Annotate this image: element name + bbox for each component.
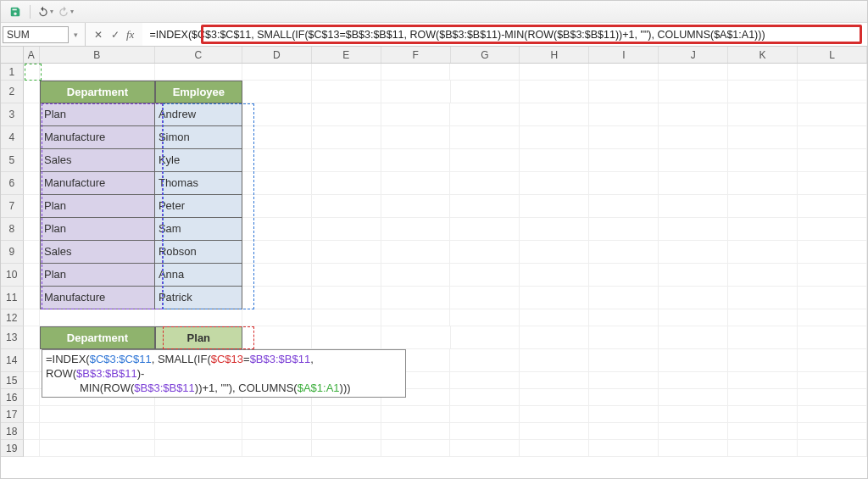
cell[interactable] <box>798 287 867 309</box>
cell[interactable] <box>659 103 728 126</box>
cell[interactable] <box>242 264 312 287</box>
cell[interactable] <box>798 81 867 103</box>
cell-dep[interactable]: Plan <box>40 195 155 218</box>
row-header[interactable]: 17 <box>1 406 24 423</box>
cell-dep[interactable]: Manufacture <box>40 126 155 149</box>
cell[interactable] <box>24 406 40 423</box>
cell[interactable] <box>381 309 451 326</box>
cell[interactable] <box>520 172 589 195</box>
cell[interactable] <box>728 126 798 149</box>
save-button[interactable] <box>6 3 25 20</box>
cell[interactable] <box>589 406 659 423</box>
lookup-value[interactable]: Plan <box>155 326 242 349</box>
col-header[interactable]: H <box>520 47 589 63</box>
cell[interactable] <box>450 406 520 423</box>
lookup-label[interactable]: Department <box>40 326 155 349</box>
cell[interactable] <box>312 172 381 195</box>
cell[interactable] <box>312 264 381 287</box>
cell[interactable] <box>798 64 867 81</box>
row-header[interactable]: 11 <box>1 287 24 309</box>
cell[interactable] <box>520 423 589 440</box>
cell[interactable] <box>520 406 589 423</box>
enter-button[interactable]: ✓ <box>108 27 123 42</box>
cell[interactable] <box>589 287 659 309</box>
cell[interactable] <box>242 172 312 195</box>
cell[interactable] <box>798 349 867 372</box>
cell[interactable] <box>242 287 312 309</box>
cell[interactable] <box>312 423 381 440</box>
col-header[interactable]: E <box>312 47 381 63</box>
cell[interactable] <box>728 309 798 326</box>
cell[interactable] <box>728 389 798 406</box>
cell[interactable] <box>589 81 659 103</box>
cell[interactable] <box>589 241 659 264</box>
cell[interactable] <box>589 218 659 241</box>
cell[interactable] <box>381 172 451 195</box>
cell[interactable] <box>155 64 242 81</box>
row-header[interactable]: 5 <box>1 149 24 172</box>
cell[interactable] <box>381 264 451 287</box>
cell[interactable] <box>24 103 40 126</box>
cell[interactable] <box>520 149 589 172</box>
col-header[interactable]: I <box>589 47 659 63</box>
cell[interactable] <box>728 287 798 309</box>
cell[interactable] <box>24 372 40 389</box>
cell[interactable] <box>242 440 312 457</box>
table-header-dep[interactable]: Department <box>40 81 155 103</box>
name-box[interactable] <box>3 26 69 43</box>
cell[interactable] <box>520 389 589 406</box>
row-header[interactable]: 13 <box>1 326 24 349</box>
cell[interactable] <box>520 241 589 264</box>
cell[interactable] <box>24 126 40 149</box>
cell[interactable] <box>40 406 155 423</box>
cell[interactable] <box>589 172 659 195</box>
cell[interactable] <box>798 264 867 287</box>
cell[interactable] <box>659 309 728 326</box>
cell[interactable] <box>589 372 659 389</box>
formula-input[interactable] <box>142 23 867 46</box>
row-header[interactable]: 3 <box>1 103 24 126</box>
cell[interactable] <box>450 195 520 218</box>
cell[interactable] <box>520 309 589 326</box>
col-header[interactable]: C <box>155 47 242 63</box>
row-header[interactable]: 15 <box>1 372 24 389</box>
row-header[interactable]: 4 <box>1 126 24 149</box>
cell[interactable] <box>520 287 589 309</box>
cell[interactable] <box>798 126 867 149</box>
cell[interactable] <box>659 326 728 349</box>
cell[interactable] <box>728 423 798 440</box>
cell[interactable] <box>242 406 312 423</box>
cell-dep[interactable]: Manufacture <box>40 287 155 309</box>
row-header[interactable]: 12 <box>1 309 24 326</box>
cell[interactable] <box>155 309 242 326</box>
cell[interactable] <box>520 349 589 372</box>
cell[interactable] <box>381 287 451 309</box>
cell[interactable] <box>520 440 589 457</box>
cell[interactable] <box>312 218 381 241</box>
cell[interactable] <box>659 195 728 218</box>
cell[interactable] <box>589 326 659 349</box>
cell[interactable] <box>242 195 312 218</box>
cell[interactable] <box>589 149 659 172</box>
cell[interactable] <box>24 195 40 218</box>
cell[interactable] <box>589 126 659 149</box>
cell[interactable] <box>312 81 381 103</box>
cell[interactable] <box>381 149 451 172</box>
cell-emp[interactable]: Peter <box>155 195 242 218</box>
cell[interactable] <box>798 103 867 126</box>
cell[interactable] <box>798 406 867 423</box>
cell[interactable] <box>450 64 520 81</box>
cell[interactable] <box>312 126 381 149</box>
cell[interactable] <box>520 195 589 218</box>
cell[interactable] <box>312 241 381 264</box>
select-all-corner[interactable] <box>1 47 24 63</box>
cell[interactable] <box>659 81 728 103</box>
col-header[interactable]: B <box>40 47 155 63</box>
cell[interactable] <box>728 149 798 172</box>
cell[interactable] <box>155 406 242 423</box>
spreadsheet-grid[interactable]: A B C D E F G H I J K L 1 2 <box>1 47 867 479</box>
cell[interactable] <box>312 195 381 218</box>
row-header[interactable]: 2 <box>1 81 24 103</box>
cell[interactable] <box>589 389 659 406</box>
cell[interactable] <box>520 64 589 81</box>
